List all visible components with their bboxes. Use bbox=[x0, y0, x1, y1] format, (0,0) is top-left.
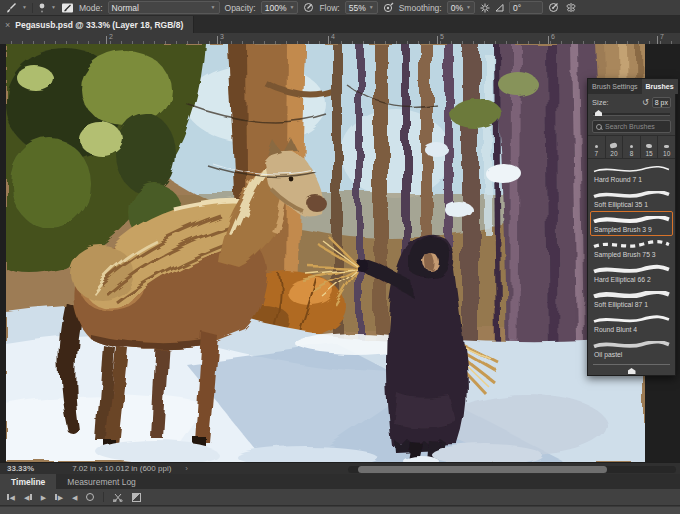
brush-list-item-selected[interactable]: Sampled Brush 3 9 bbox=[590, 211, 673, 236]
brush-name: Hard Elliptical 66 2 bbox=[591, 276, 672, 285]
playback-settings-icon[interactable] bbox=[86, 493, 94, 501]
paint-symmetry-butterfly-icon[interactable] bbox=[565, 2, 577, 14]
close-icon[interactable]: × bbox=[5, 20, 10, 30]
reset-size-icon[interactable]: ↺ bbox=[642, 99, 649, 107]
ruler-tick bbox=[657, 36, 658, 44]
previous-frame-button[interactable]: ◀ bbox=[24, 494, 32, 501]
status-bar: 33.33% 7.02 in x 10.012 in (600 ppi) › bbox=[0, 462, 680, 474]
flow-value: 55% bbox=[349, 3, 366, 13]
brushes-panel-tabs: Brush Settings Brushes bbox=[588, 79, 675, 94]
chevron-down-icon: ▼ bbox=[466, 5, 471, 10]
ruler-tick bbox=[548, 36, 549, 44]
tab-measurement-log[interactable]: Measurement Log bbox=[56, 474, 147, 489]
brush-size: 15 bbox=[645, 150, 652, 157]
brush-name: Soft Elliptical 35 1 bbox=[591, 201, 672, 210]
brush-list-item[interactable]: Hard Round 7 1 bbox=[590, 161, 673, 186]
ruler-number: 7 bbox=[660, 33, 664, 40]
size-value-field[interactable]: 8 px bbox=[652, 97, 671, 108]
brushes-panel: Brush Settings Brushes Size: ↺ 8 px Sear… bbox=[587, 78, 676, 376]
brush-name: Soft Elliptical 87 1 bbox=[591, 301, 672, 310]
smoothing-select[interactable]: 0% ▼ bbox=[447, 1, 475, 14]
audio-mute-button[interactable]: ◀ bbox=[72, 494, 77, 501]
airbrush-icon[interactable] bbox=[383, 2, 394, 14]
split-clip-scissors-icon[interactable] bbox=[113, 493, 123, 502]
brush-list-item[interactable]: Soft Elliptical 87 1 bbox=[590, 286, 673, 311]
photoshop-window: ▼ ▼ Mode: Normal ▼ Opacity: 100% ▼ Flow:… bbox=[0, 0, 680, 514]
first-frame-button[interactable]: ◀ bbox=[7, 494, 15, 501]
opacity-value: 100% bbox=[265, 3, 287, 13]
recent-brush[interactable]: 8 bbox=[623, 136, 641, 158]
tab-brushes[interactable]: Brushes bbox=[642, 79, 678, 94]
brush-preset-chevron-icon[interactable]: ▼ bbox=[51, 5, 56, 10]
brush-tool-icon[interactable] bbox=[5, 2, 17, 14]
pressure-size-icon[interactable] bbox=[548, 2, 560, 14]
toggle-brush-settings-icon[interactable] bbox=[61, 2, 74, 14]
document-tab[interactable]: × Pegasusb.psd @ 33.3% (Layer 18, RGB/8) bbox=[0, 16, 194, 33]
document-title: Pegasusb.psd @ 33.3% (Layer 18, RGB/8) bbox=[15, 20, 183, 30]
brush-size-row: Size: ↺ 8 px bbox=[588, 94, 675, 109]
brush-list-item[interactable]: Round Blunt 4 bbox=[590, 311, 673, 336]
recent-brush[interactable]: 20 bbox=[606, 136, 624, 158]
brush-tip-icon bbox=[595, 145, 598, 148]
tab-timeline[interactable]: Timeline bbox=[0, 474, 56, 489]
brush-size: 20 bbox=[610, 150, 617, 157]
scrollbar-thumb[interactable] bbox=[358, 466, 607, 473]
brush-size-slider[interactable] bbox=[593, 109, 670, 118]
options-bar: ▼ ▼ Mode: Normal ▼ Opacity: 100% ▼ Flow:… bbox=[0, 0, 680, 16]
tab-brush-settings[interactable]: Brush Settings bbox=[588, 79, 642, 94]
brushes-panel-footer bbox=[588, 364, 675, 374]
zoom-level-field[interactable]: 33.33% bbox=[7, 464, 34, 473]
chevron-down-icon: ▼ bbox=[369, 5, 374, 10]
ruler-tick bbox=[328, 36, 329, 44]
brush-list: Hard Round 7 1 Soft Elliptical 35 1 Samp… bbox=[588, 159, 675, 361]
ruler-number: 3 bbox=[220, 33, 224, 40]
opacity-label: Opacity: bbox=[225, 3, 256, 13]
document-info: 7.02 in x 10.012 in (600 ppi) bbox=[72, 464, 171, 473]
divider bbox=[593, 364, 670, 365]
status-menu-chevron-icon[interactable]: › bbox=[185, 464, 188, 473]
brush-list-item[interactable]: Oil pastel bbox=[590, 336, 673, 361]
brush-list-item[interactable]: Sampled Brush 75 3 bbox=[590, 236, 673, 261]
flow-select[interactable]: 55% ▼ bbox=[345, 1, 378, 14]
canvas-artwork[interactable] bbox=[6, 44, 645, 462]
tool-preset-chevron-icon[interactable]: ▼ bbox=[22, 5, 27, 10]
search-placeholder: Search Brushes bbox=[605, 123, 655, 130]
document-tab-bar: × Pegasusb.psd @ 33.3% (Layer 18, RGB/8) bbox=[0, 16, 680, 34]
brush-size: 8 bbox=[630, 150, 634, 157]
ruler-tick bbox=[217, 36, 218, 44]
brush-tip-icon bbox=[646, 144, 653, 149]
timeline-track-area[interactable] bbox=[0, 506, 680, 514]
ruler-number: 5 bbox=[440, 33, 444, 40]
timeline-controls: ◀ ◀ ▶ ▶ ◀ bbox=[0, 489, 680, 506]
brush-size: 7 bbox=[594, 150, 598, 157]
ruler-number: 2 bbox=[109, 33, 113, 40]
brush-search-field[interactable]: Search Brushes bbox=[592, 120, 671, 133]
horizontal-scrollbar[interactable] bbox=[348, 466, 676, 473]
recent-brush[interactable]: 15 bbox=[641, 136, 659, 158]
brush-name: Sampled Brush 75 3 bbox=[591, 251, 672, 260]
opacity-select[interactable]: 100% ▼ bbox=[261, 1, 299, 14]
brush-preset-picker-icon[interactable] bbox=[38, 2, 46, 14]
timeline-tabs: Timeline Measurement Log bbox=[0, 474, 680, 489]
pressure-opacity-icon[interactable] bbox=[303, 2, 314, 14]
transition-button[interactable] bbox=[132, 493, 141, 502]
brush-name: Hard Round 7 1 bbox=[591, 176, 672, 185]
brush-tip-icon bbox=[610, 142, 618, 148]
play-button[interactable]: ▶ bbox=[41, 494, 46, 501]
size-label: Size: bbox=[592, 98, 639, 107]
angle-input[interactable]: 0° bbox=[509, 1, 543, 14]
smoothing-gear-icon[interactable] bbox=[480, 2, 490, 14]
slider-thumb-icon[interactable] bbox=[595, 110, 602, 116]
next-frame-button[interactable]: ▶ bbox=[55, 494, 63, 501]
recent-brush[interactable]: 7 bbox=[588, 136, 606, 158]
brush-list-item[interactable]: Soft Elliptical 35 1 bbox=[590, 186, 673, 211]
panel-resize-grip-icon[interactable] bbox=[628, 368, 636, 374]
painting-svg bbox=[6, 44, 645, 462]
mode-select[interactable]: Normal ▼ bbox=[108, 1, 220, 14]
ruler-number: 4 bbox=[331, 33, 335, 40]
canvas-pasteboard bbox=[0, 44, 680, 462]
ruler-number: 6 bbox=[551, 33, 555, 40]
recent-brush[interactable]: 10 bbox=[658, 136, 675, 158]
brush-list-item[interactable]: Hard Elliptical 66 2 bbox=[590, 261, 673, 286]
brush-tip-icon bbox=[664, 145, 669, 148]
